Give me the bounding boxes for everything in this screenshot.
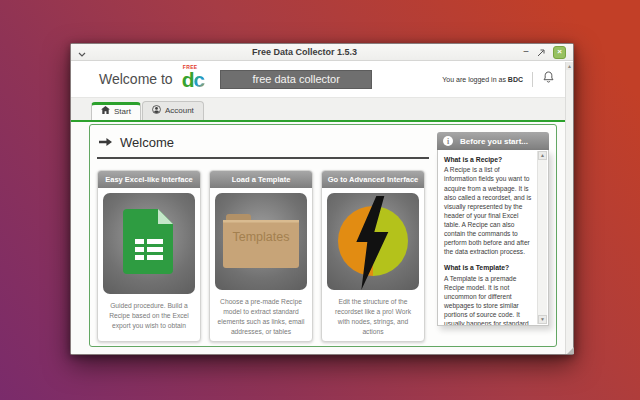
user-icon	[152, 105, 161, 116]
main-content: Welcome Easy Excel-like Interface	[71, 122, 565, 354]
section-heading: What is a Template?	[444, 263, 533, 272]
header-right: You are logged in as BDC	[442, 70, 555, 88]
page-heading-label: Welcome	[120, 135, 174, 150]
card-title: Easy Excel-like Interface	[98, 171, 200, 188]
window-scrollbar[interactable]: ▲	[565, 62, 573, 354]
scroll-up-icon[interactable]: ▲	[566, 62, 573, 70]
minimize-button[interactable]: −	[523, 48, 529, 56]
lightning-icon	[350, 195, 392, 290]
folder-icon: Templates	[222, 208, 300, 274]
app-window: Free Data Collector 1.5.3 − × Welcome to…	[70, 43, 574, 355]
info-icon: i	[443, 136, 453, 146]
card-title: Load a Template	[210, 171, 312, 188]
sidebar-scrollbar[interactable]: ▲ ▼	[537, 151, 547, 324]
spreadsheet-icon	[123, 208, 175, 280]
home-icon	[101, 106, 110, 116]
logo-free-tag: FREE	[183, 65, 198, 70]
window-title: Free Data Collector 1.5.3	[94, 47, 515, 57]
before-you-start-sidebar: i Before you start... What is a Recipe? …	[437, 132, 549, 339]
close-button[interactable]: ×	[553, 46, 566, 59]
welcome-to-label: Welcome to	[99, 71, 173, 87]
card-description: Edit the structure of the recordset like…	[322, 293, 424, 341]
card-description: Choose a pre-made Recipe model to extrac…	[210, 293, 312, 341]
window-menu-chevron-icon[interactable]	[78, 43, 86, 61]
section-heading: What is a Recipe?	[444, 155, 533, 164]
card-art	[327, 193, 419, 290]
tab-start-label: Start	[114, 107, 131, 116]
tab-account-label: Account	[165, 106, 194, 115]
app-logo: FREE dc	[182, 69, 206, 90]
sidebar-section-recipe: What is a Recipe? A Recipe is a list of …	[444, 155, 533, 256]
desktop: { "window": { "title": "Free Data Collec…	[0, 0, 640, 400]
card-load-template[interactable]: Load a Template Templates	[209, 170, 313, 342]
welcome-column: Welcome Easy Excel-like Interface	[97, 132, 429, 339]
tab-account[interactable]: Account	[142, 101, 204, 120]
sidebar-header: i Before you start...	[437, 132, 549, 150]
card-title: Go to Advanced Interface	[322, 171, 424, 188]
header-divider	[532, 72, 533, 87]
logo-letter-d: d	[182, 68, 194, 91]
logo-letter-c: c	[194, 68, 206, 91]
app-name-badge: free data collector	[220, 70, 372, 89]
app-header: Welcome to FREE dc free data collector Y…	[71, 61, 573, 98]
scroll-down-icon[interactable]: ▼	[538, 315, 547, 324]
titlebar: Free Data Collector 1.5.3 − ×	[71, 44, 573, 61]
scroll-up-icon[interactable]: ▲	[538, 151, 547, 160]
sidebar-body: What is a Recipe? A Recipe is a list of …	[437, 150, 549, 326]
maximize-button[interactable]	[537, 43, 545, 61]
card-art	[103, 193, 195, 294]
arrow-right-icon	[99, 135, 112, 150]
card-description: Guided procedure. Build a Recipe based o…	[98, 297, 200, 335]
page-heading: Welcome	[97, 132, 429, 159]
card-advanced-interface[interactable]: Go to Advanced Interface Edit the struct…	[321, 170, 425, 342]
login-user: BDC	[508, 76, 523, 83]
card-excel-interface[interactable]: Easy Excel-like Interface	[97, 170, 201, 342]
section-body: A Template is a premade Recipe model. It…	[444, 274, 533, 326]
welcome-panel: Welcome Easy Excel-like Interface	[89, 124, 557, 347]
start-cards: Easy Excel-like Interface	[97, 170, 429, 342]
sidebar-title: Before you start...	[460, 137, 528, 146]
tab-start[interactable]: Start	[91, 102, 141, 120]
card-art: Templates	[215, 193, 307, 290]
notifications-bell-icon[interactable]	[542, 70, 555, 88]
resize-grip[interactable]	[567, 347, 574, 354]
section-body: A Recipe is a list of information fields…	[444, 165, 533, 256]
tab-bar: Start Account	[71, 98, 573, 122]
login-status: You are logged in as BDC	[442, 76, 523, 83]
sidebar-section-template: What is a Template? A Template is a prem…	[444, 263, 533, 326]
folder-label: Templates	[233, 230, 290, 244]
